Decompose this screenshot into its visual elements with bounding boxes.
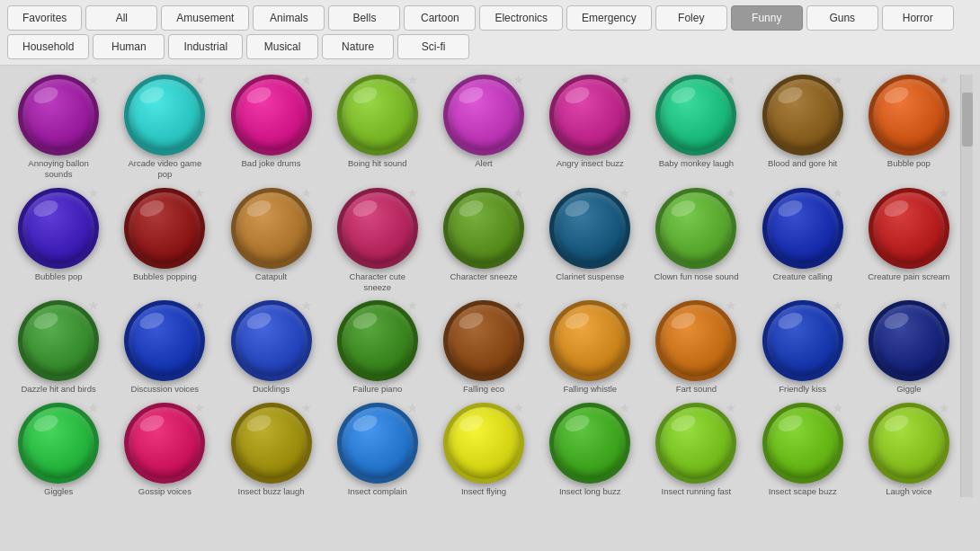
nav-btn-industrial[interactable]: Industrial bbox=[168, 34, 243, 59]
star-icon[interactable]: ★ bbox=[938, 186, 949, 200]
star-icon[interactable]: ★ bbox=[300, 298, 312, 312]
sound-label: Ducklings bbox=[253, 384, 290, 395]
star-icon[interactable]: ★ bbox=[619, 186, 630, 200]
star-icon[interactable]: ★ bbox=[832, 186, 843, 200]
star-icon[interactable]: ★ bbox=[619, 298, 630, 312]
star-icon[interactable]: ★ bbox=[512, 401, 524, 414]
sound-item[interactable]: ★Arcade video game pop bbox=[113, 75, 216, 181]
star-icon[interactable]: ★ bbox=[87, 401, 99, 414]
sound-item[interactable]: ★Character sneeze bbox=[432, 188, 535, 294]
sound-item[interactable]: ★Alert bbox=[432, 75, 535, 181]
nav-btn-guns[interactable]: Guns bbox=[806, 5, 878, 31]
nav-btn-all[interactable]: All bbox=[85, 5, 157, 31]
star-icon[interactable]: ★ bbox=[300, 401, 312, 414]
star-icon[interactable]: ★ bbox=[512, 186, 524, 200]
star-icon[interactable]: ★ bbox=[406, 73, 418, 86]
nav-btn-animals[interactable]: Animals bbox=[253, 5, 325, 31]
star-icon[interactable]: ★ bbox=[406, 186, 418, 200]
sound-item[interactable]: ★Clarinet suspense bbox=[539, 188, 641, 294]
nav-btn-favorites[interactable]: Favorites bbox=[7, 5, 82, 31]
sound-label: Boing hit sound bbox=[348, 158, 407, 169]
star-icon[interactable]: ★ bbox=[832, 298, 843, 312]
star-icon[interactable]: ★ bbox=[87, 73, 99, 86]
sound-item[interactable]: ★Baby monkey laugh bbox=[645, 75, 747, 181]
sound-item[interactable]: ★Fart sound bbox=[645, 300, 747, 395]
sound-item[interactable]: ★Creature pain scream bbox=[858, 188, 960, 294]
nav-btn-musical[interactable]: Musical bbox=[246, 34, 318, 59]
sound-item[interactable]: ★Insect scape buzz bbox=[752, 403, 854, 497]
sound-item[interactable]: ★Insect running fast bbox=[645, 403, 747, 497]
sound-item[interactable]: ★Insect flying bbox=[432, 403, 535, 497]
star-icon[interactable]: ★ bbox=[832, 73, 843, 86]
sound-item[interactable]: ★Clown fun nose sound bbox=[645, 188, 747, 294]
sound-item[interactable]: ★Ducklings bbox=[219, 300, 322, 395]
sound-item[interactable]: ★Falling whistle bbox=[539, 300, 641, 395]
nav-btn-sci-fi[interactable]: Sci-fi bbox=[397, 34, 469, 59]
star-icon[interactable]: ★ bbox=[725, 73, 736, 86]
sound-item[interactable]: ★Laugh voice bbox=[858, 403, 960, 497]
sound-item[interactable]: ★Insect buzz laugh bbox=[219, 403, 322, 497]
sound-item[interactable]: ★Catapult bbox=[219, 188, 322, 294]
nav-btn-electronics[interactable]: Electronics bbox=[479, 5, 563, 31]
nav-btn-cartoon[interactable]: Cartoon bbox=[404, 5, 476, 31]
sound-item[interactable]: ★Bubbles popping bbox=[113, 188, 216, 294]
sound-item[interactable]: ★Giggle bbox=[858, 300, 960, 395]
star-icon[interactable]: ★ bbox=[87, 298, 99, 312]
nav-btn-amusement[interactable]: Amusement bbox=[161, 5, 249, 31]
nav-btn-foley[interactable]: Foley bbox=[655, 5, 727, 31]
star-icon[interactable]: ★ bbox=[725, 401, 736, 414]
star-icon[interactable]: ★ bbox=[193, 73, 205, 86]
star-icon[interactable]: ★ bbox=[619, 401, 630, 414]
star-icon[interactable]: ★ bbox=[938, 401, 949, 414]
sound-item[interactable]: ★Bad joke drums bbox=[219, 75, 322, 181]
star-icon[interactable]: ★ bbox=[725, 186, 736, 200]
nav-btn-emergency[interactable]: Emergency bbox=[566, 5, 652, 31]
sound-item[interactable]: ★Discussion voices bbox=[113, 300, 216, 395]
nav-btn-bells[interactable]: Bells bbox=[328, 5, 400, 31]
star-icon[interactable]: ★ bbox=[938, 73, 949, 86]
sound-label: Bad joke drums bbox=[242, 158, 301, 169]
sound-item[interactable]: ★Failure piano bbox=[326, 300, 429, 395]
star-icon[interactable]: ★ bbox=[193, 186, 205, 200]
scrollbar[interactable] bbox=[960, 75, 973, 497]
sound-item[interactable]: ★Bubbles pop bbox=[7, 188, 110, 294]
sound-item[interactable]: ★Creature calling bbox=[752, 188, 854, 294]
star-icon[interactable]: ★ bbox=[619, 73, 630, 86]
nav-btn-nature[interactable]: Nature bbox=[322, 34, 394, 59]
sound-item[interactable]: ★Giggles bbox=[7, 403, 110, 497]
sound-label: Insect flying bbox=[461, 486, 506, 497]
sound-label: Dazzle hit and birds bbox=[21, 384, 95, 395]
sound-label: Insect scape buzz bbox=[769, 486, 837, 497]
star-icon[interactable]: ★ bbox=[938, 298, 949, 312]
sound-item[interactable]: ★Bubble pop bbox=[858, 75, 960, 181]
star-icon[interactable]: ★ bbox=[193, 298, 205, 312]
star-icon[interactable]: ★ bbox=[300, 73, 312, 86]
sound-item[interactable]: ★Insect long buzz bbox=[539, 403, 641, 497]
nav-btn-horror[interactable]: Horror bbox=[882, 5, 954, 31]
nav-btn-funny[interactable]: Funny bbox=[731, 5, 803, 31]
sound-item[interactable]: ★Gossip voices bbox=[113, 403, 216, 497]
sound-item[interactable]: ★Blood and gore hit bbox=[752, 75, 854, 181]
sound-label: Insect running fast bbox=[662, 486, 732, 497]
nav-btn-human[interactable]: Human bbox=[93, 34, 165, 59]
star-icon[interactable]: ★ bbox=[300, 186, 312, 200]
star-icon[interactable]: ★ bbox=[193, 401, 205, 414]
sound-item[interactable]: ★Boing hit sound bbox=[326, 75, 429, 181]
sound-item[interactable]: ★Angry insect buzz bbox=[539, 75, 641, 181]
star-icon[interactable]: ★ bbox=[406, 401, 418, 414]
sound-item[interactable]: ★Insect complain bbox=[326, 403, 429, 497]
sound-label: Falling eco bbox=[463, 384, 504, 395]
nav-btn-household[interactable]: Household bbox=[7, 34, 89, 59]
sound-item[interactable]: ★Annoying ballon sounds bbox=[7, 75, 110, 181]
sound-item[interactable]: ★Character cute sneeze bbox=[326, 188, 429, 294]
star-icon[interactable]: ★ bbox=[512, 298, 524, 312]
sound-item[interactable]: ★Dazzle hit and birds bbox=[7, 300, 110, 395]
star-icon[interactable]: ★ bbox=[512, 73, 524, 86]
scrollbar-thumb[interactable] bbox=[962, 93, 973, 147]
star-icon[interactable]: ★ bbox=[406, 298, 418, 312]
star-icon[interactable]: ★ bbox=[725, 298, 736, 312]
star-icon[interactable]: ★ bbox=[87, 186, 99, 200]
sound-item[interactable]: ★Falling eco bbox=[432, 300, 535, 395]
star-icon[interactable]: ★ bbox=[832, 401, 843, 414]
sound-item[interactable]: ★Friendly kiss bbox=[752, 300, 854, 395]
